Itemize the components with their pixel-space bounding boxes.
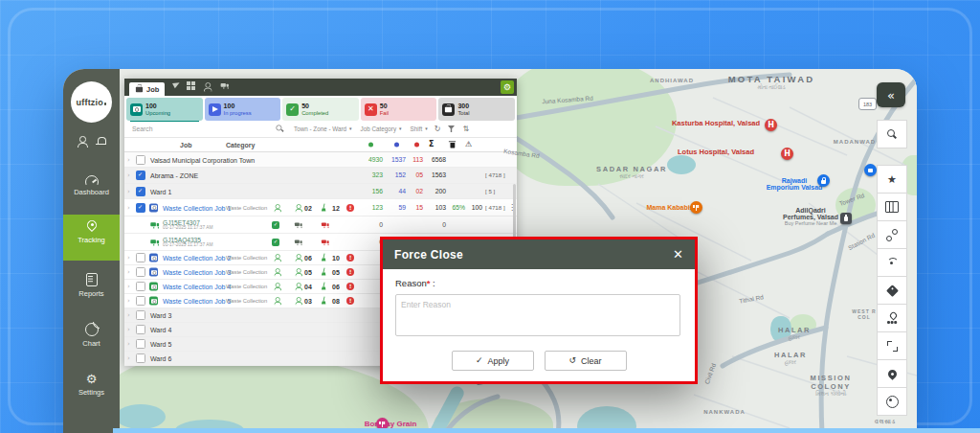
filter-job-category[interactable]: Job Category▾: [361, 125, 402, 132]
expand-caret[interactable]: ›: [127, 312, 130, 319]
locate-me-button[interactable]: [877, 387, 907, 416]
favorites-button[interactable]: ★: [877, 165, 907, 194]
row-checkbox[interactable]: [136, 296, 145, 306]
sidebar-item-settings[interactable]: ⚙ Settings: [63, 368, 120, 401]
table-row[interactable]: GJ15ET4307 01-17-2025 11:17:37 AM ✓ 0 0: [124, 216, 517, 234]
shop-marker[interactable]: [817, 174, 830, 187]
expand-caret[interactable]: ›: [127, 188, 130, 194]
stat-completed[interactable]: ✓ 50Completed: [282, 98, 359, 121]
person-icon[interactable]: [203, 82, 212, 91]
job-name[interactable]: Waste Collection Job 3: [163, 269, 231, 276]
expand-caret[interactable]: ›: [127, 341, 130, 348]
job-name[interactable]: Waste Collection Job 1: [163, 204, 231, 211]
modal-header: Force Close ✕: [383, 239, 695, 269]
notifications-icon[interactable]: [96, 136, 106, 147]
nav-arrow-icon[interactable]: [172, 80, 181, 89]
clear-button[interactable]: ↺Clear: [545, 351, 627, 371]
collapse-panel-button[interactable]: «: [877, 82, 905, 107]
sort-icon: ⇅: [462, 125, 469, 133]
sidebar-item-dashboard[interactable]: Dashboard: [63, 171, 120, 201]
expand-caret[interactable]: ›: [127, 172, 130, 179]
refresh-icon: ↻: [434, 125, 441, 133]
table-row[interactable]: › Ward 1 156 44 02 200 [ 5 ]: [124, 184, 517, 199]
sidebar-item-tracking[interactable]: Tracking: [63, 215, 120, 261]
expand-caret[interactable]: ›: [127, 284, 130, 290]
row-checkbox[interactable]: [136, 282, 145, 291]
expand-caret[interactable]: ›: [127, 255, 130, 262]
expand-caret[interactable]: ›: [127, 156, 130, 163]
search-input[interactable]: [130, 125, 234, 133]
fullscreen-button[interactable]: [877, 331, 907, 360]
row-checkbox[interactable]: [136, 353, 145, 363]
map-layers-button[interactable]: [877, 193, 907, 221]
route-button[interactable]: [877, 220, 907, 249]
sidebar-item-reports[interactable]: Reports: [63, 268, 120, 303]
chevron-down-icon: ▾: [425, 126, 428, 131]
grid-icon[interactable]: [187, 81, 195, 90]
expand-caret[interactable]: ›: [127, 298, 130, 305]
status-doc-icon: ✓: [272, 221, 279, 229]
search-icon[interactable]: [276, 125, 283, 132]
panel-settings-button[interactable]: ⚙: [501, 80, 514, 94]
row-checkbox[interactable]: [136, 325, 145, 334]
filter-town-zone-ward[interactable]: Town - Zone - Ward▾: [294, 125, 352, 132]
expand-caret[interactable]: ›: [127, 204, 130, 211]
row-checkbox[interactable]: [136, 310, 145, 320]
job-name[interactable]: Waste Collection Job 4: [163, 284, 231, 290]
label-tags-button[interactable]: [877, 276, 907, 305]
cluster-button[interactable]: [877, 304, 907, 332]
map-search-button[interactable]: [877, 120, 907, 148]
broom-icon: [320, 253, 328, 263]
profile-icon[interactable]: [77, 136, 87, 147]
group-pin-icon: [886, 312, 898, 325]
row-checkbox[interactable]: [136, 171, 145, 180]
stat-total[interactable]: 300Total: [438, 98, 515, 121]
map-canvas[interactable]: ANDHIAWAD MOTA TAIWADમોતા તાઈવાડ Juna Ko…: [120, 69, 917, 433]
filter-button[interactable]: [447, 125, 456, 133]
expand-caret[interactable]: ›: [127, 355, 130, 362]
store-marker[interactable]: [864, 164, 877, 176]
group-name: Ward 5: [150, 341, 171, 348]
reason-textarea[interactable]: [395, 294, 680, 336]
tab-job[interactable]: Job: [129, 82, 165, 96]
refresh-button[interactable]: ↻: [434, 125, 441, 133]
expand-caret[interactable]: ›: [127, 269, 130, 276]
row-checkbox[interactable]: [136, 155, 145, 165]
sort-button[interactable]: ⇅: [462, 125, 469, 133]
modal-title: Force Close: [394, 248, 463, 262]
apply-button[interactable]: ✓Apply: [452, 351, 534, 371]
restaurant-marker[interactable]: [690, 201, 702, 214]
row-checkbox[interactable]: [136, 253, 145, 262]
play-icon: [209, 103, 221, 116]
table-row[interactable]: › Valsad Municipal Corporation Town 4930…: [124, 152, 517, 168]
stat-fail[interactable]: ✕ 50Fail: [361, 98, 437, 121]
stat-in-progress[interactable]: 100In progress: [205, 98, 281, 121]
briefcase-icon: [136, 86, 143, 91]
location-pin-icon: [86, 219, 98, 233]
row-checkbox[interactable]: [136, 187, 145, 196]
status-doc-icon: ✓: [272, 239, 279, 246]
job-type-icon: [149, 268, 158, 277]
expand-caret[interactable]: ›: [127, 327, 130, 333]
driver-icon: [272, 296, 282, 307]
filter-icon: [448, 125, 455, 132]
row-checkbox[interactable]: [136, 339, 145, 349]
table-row[interactable]: › Abrama - ZONE 323 152 05 1563 [ 4718 ]: [124, 168, 517, 184]
hospital-marker[interactable]: H: [765, 119, 777, 131]
row-checkbox[interactable]: [136, 203, 145, 213]
vehicle-icon[interactable]: [221, 82, 231, 89]
drop-pin-button[interactable]: [877, 359, 907, 388]
gear-icon: ⚙: [503, 83, 511, 92]
job-name[interactable]: Waste Collection Job 2: [163, 255, 231, 262]
satellite-button[interactable]: [877, 248, 907, 277]
perfume-marker[interactable]: [840, 213, 852, 224]
close-icon[interactable]: ✕: [673, 248, 683, 261]
filter-shift[interactable]: Shift▾: [411, 125, 428, 132]
table-row[interactable]: › Waste Collection Job 1 Waste Collectio…: [124, 199, 517, 216]
job-name[interactable]: Waste Collection Job 5: [163, 298, 231, 305]
labor-icon: [293, 267, 303, 278]
stat-upcoming[interactable]: 100Upcoming: [126, 98, 203, 121]
row-checkbox[interactable]: [136, 267, 145, 277]
sidebar-item-chart[interactable]: Chart: [63, 318, 120, 353]
hospital-marker[interactable]: H: [781, 148, 793, 160]
